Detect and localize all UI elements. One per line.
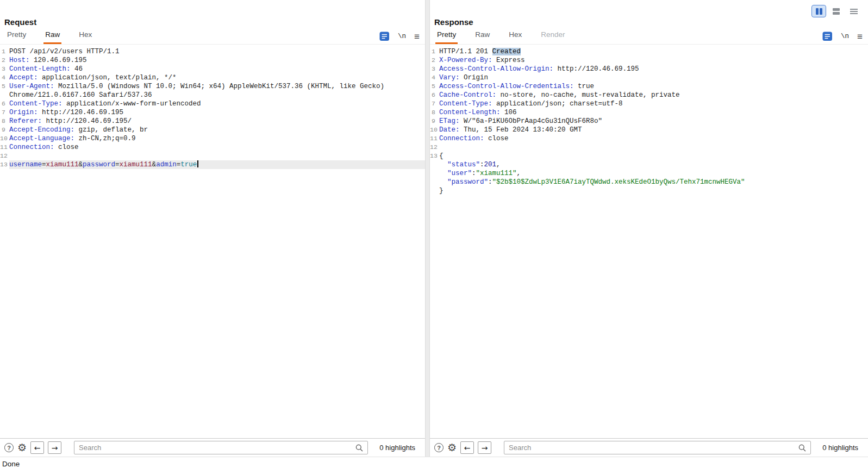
code-text: Access-Control-Allow-Credentials: true: [439, 82, 868, 91]
code-text: Connection: close: [439, 134, 868, 143]
code-line[interactable]: 5User-Agent: Mozilla/5.0 (Windows NT 10.…: [0, 82, 425, 99]
search-prev-button[interactable]: ←: [460, 441, 474, 454]
gear-icon[interactable]: ⚙: [447, 442, 457, 453]
code-line[interactable]: }: [430, 186, 868, 195]
code-token: Origin: [460, 74, 489, 82]
code-token: gzip, deflate, br: [74, 126, 148, 134]
code-token: Created: [492, 48, 521, 55]
line-number: 4: [0, 73, 9, 82]
code-token: application/x-www-form-urlencoded: [63, 100, 201, 108]
code-line[interactable]: 4Vary: Origin: [430, 73, 868, 82]
code-text: [439, 143, 868, 152]
syntax-highlight-icon[interactable]: [822, 32, 833, 41]
layout-columns-button[interactable]: [812, 5, 826, 17]
line-number: 3: [0, 65, 9, 73]
code-line[interactable]: "status":201,: [430, 160, 868, 169]
code-line[interactable]: 2Host: 120.46.69.195: [0, 56, 425, 65]
code-line[interactable]: 8Referer: http://120.46.69.195/: [0, 117, 425, 126]
code-line[interactable]: 12: [430, 143, 868, 152]
code-token: {: [439, 152, 444, 160]
view-layout-controls: [812, 5, 860, 17]
code-token: Content-Length:: [9, 65, 71, 73]
code-token: ETag:: [439, 117, 460, 125]
line-number: [430, 178, 439, 186]
line-number: 8: [0, 117, 9, 126]
tab-hex[interactable]: Hex: [507, 27, 523, 44]
line-number: 13: [0, 160, 9, 169]
layout-combined-button[interactable]: [847, 5, 860, 17]
tab-hex[interactable]: Hex: [77, 27, 93, 44]
response-editor[interactable]: 1HTTP/1.1 201 Created2X-Powered-By: Expr…: [430, 44, 868, 438]
code-text: User-Agent: Mozilla/5.0 (Windows NT 10.0…: [9, 82, 425, 99]
code-line[interactable]: 3Access-Control-Allow-Origin: http://120…: [430, 65, 868, 73]
code-text: "status":201,: [439, 160, 868, 169]
code-line[interactable]: "password":"$2b$10$ZdwLp3V1E6A7iayTQWdwd…: [430, 178, 868, 186]
response-search-bar: ? ⚙ ← → 0 highlights: [430, 438, 868, 457]
panel-divider[interactable]: [425, 0, 430, 457]
code-text: Referer: http://120.46.69.195/: [9, 117, 425, 126]
code-token: application/json; charset=utf-8: [492, 100, 623, 108]
line-number: 2: [430, 56, 439, 65]
code-token: 46: [71, 65, 83, 73]
code-token: Connection:: [439, 135, 484, 142]
tab-pretty[interactable]: Pretty: [5, 27, 28, 44]
layout-rows-button[interactable]: [829, 5, 843, 17]
editor-menu-icon[interactable]: ≡: [857, 32, 863, 41]
code-line[interactable]: 4Accept: application/json, text/plain, *…: [0, 73, 425, 82]
code-line[interactable]: 5Access-Control-Allow-Credentials: true: [430, 82, 868, 91]
code-token: =: [115, 161, 120, 169]
newline-chars-icon[interactable]: \n: [398, 33, 406, 40]
code-line[interactable]: 1POST /api/v2/users HTTP/1.1: [0, 47, 425, 56]
newline-chars-icon[interactable]: \n: [841, 33, 849, 40]
tab-raw[interactable]: Raw: [473, 27, 491, 44]
help-icon[interactable]: ?: [434, 443, 444, 452]
syntax-highlight-icon[interactable]: [379, 32, 390, 41]
code-token: close: [484, 135, 509, 142]
code-token: close: [54, 144, 79, 151]
search-input[interactable]: [504, 441, 811, 454]
code-text: Cache-Control: no-store, no-cache, must-…: [439, 91, 868, 99]
code-text: Vary: Origin: [439, 73, 868, 82]
code-line[interactable]: 2X-Powered-By: Express: [430, 56, 868, 65]
code-token: Vary:: [439, 74, 460, 82]
help-icon[interactable]: ?: [4, 443, 14, 452]
search-next-button[interactable]: →: [478, 441, 491, 454]
code-token: Host:: [9, 57, 30, 64]
search-input[interactable]: [74, 441, 368, 454]
rows-icon: [833, 8, 840, 15]
code-line[interactable]: 7Origin: http://120.46.69.195: [0, 108, 425, 117]
code-line[interactable]: 12: [0, 152, 425, 160]
code-token: true: [180, 161, 197, 169]
code-token: "password": [447, 178, 488, 186]
code-line[interactable]: 6Content-Type: application/x-www-form-ur…: [0, 99, 425, 108]
code-line[interactable]: 10Date: Thu, 15 Feb 2024 13:40:20 GMT: [430, 126, 868, 134]
code-line[interactable]: 13{: [430, 152, 868, 160]
code-line[interactable]: 11Connection: close: [0, 143, 425, 152]
code-line[interactable]: 9ETag: W/"6a-PiKU6ObPrAap4cGu31nQUsF6R8o…: [430, 117, 868, 126]
highlights-count: 0 highlights: [815, 444, 864, 452]
line-number: 12: [0, 152, 9, 160]
tab-raw[interactable]: Raw: [43, 27, 61, 44]
code-text: }: [439, 186, 868, 195]
tab-pretty[interactable]: Pretty: [435, 27, 458, 44]
status-text: Done: [2, 460, 20, 468]
code-token: &: [152, 161, 157, 169]
code-token: username: [9, 161, 42, 169]
request-editor[interactable]: 1POST /api/v2/users HTTP/1.12Host: 120.4…: [0, 44, 425, 438]
code-line[interactable]: 13username=xiamu111&password=xiamu111&ad…: [0, 160, 425, 169]
code-line[interactable]: 1HTTP/1.1 201 Created: [430, 47, 868, 56]
code-line[interactable]: 6Cache-Control: no-store, no-cache, must…: [430, 91, 868, 99]
code-line[interactable]: 3Content-Length: 46: [0, 65, 425, 73]
code-line[interactable]: "user":"xiamu111",: [430, 169, 868, 178]
code-line[interactable]: 8Content-Length: 106: [430, 108, 868, 117]
code-line[interactable]: 10Accept-Language: zh-CN,zh;q=0.9: [0, 134, 425, 143]
code-line[interactable]: 9Accept-Encoding: gzip, deflate, br: [0, 126, 425, 134]
code-text: "password":"$2b$10$ZdwLp3V1E6A7iayTQWdwd…: [439, 178, 868, 186]
search-prev-button[interactable]: ←: [30, 441, 44, 454]
line-number: 11: [0, 143, 9, 152]
editor-menu-icon[interactable]: ≡: [414, 32, 420, 41]
code-line[interactable]: 11Connection: close: [430, 134, 868, 143]
gear-icon[interactable]: ⚙: [17, 442, 27, 453]
code-line[interactable]: 7Content-Type: application/json; charset…: [430, 99, 868, 108]
search-next-button[interactable]: →: [48, 441, 61, 454]
